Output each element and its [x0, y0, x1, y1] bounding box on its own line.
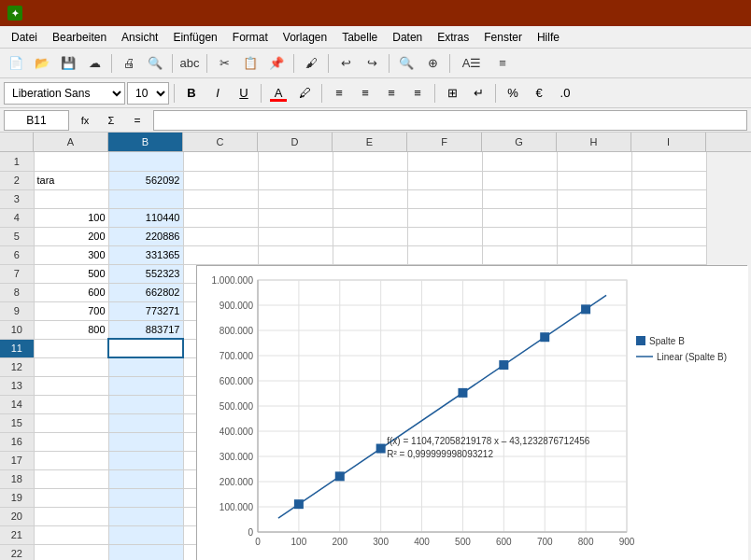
- cell[interactable]: [34, 507, 108, 525]
- row-number[interactable]: 19: [0, 488, 34, 507]
- row-number[interactable]: 17: [0, 451, 34, 469]
- cell[interactable]: [34, 413, 108, 432]
- cell[interactable]: 700: [34, 301, 108, 320]
- menu-item-tabelle[interactable]: Tabelle: [334, 29, 385, 46]
- menu-item-einfügen[interactable]: Einfügen: [165, 29, 224, 46]
- cell[interactable]: [333, 208, 407, 227]
- cell[interactable]: [108, 395, 183, 413]
- justify-btn[interactable]: ≡: [405, 82, 430, 105]
- bold-btn[interactable]: B: [179, 82, 204, 105]
- cell[interactable]: [557, 152, 631, 171]
- percent-btn[interactable]: %: [501, 82, 525, 105]
- cell[interactable]: [34, 451, 108, 469]
- equals-btn[interactable]: =: [125, 109, 149, 132]
- cell[interactable]: 500: [34, 264, 108, 283]
- cell[interactable]: [482, 227, 557, 245]
- menu-item-extras[interactable]: Extras: [430, 29, 476, 46]
- cut-btn[interactable]: ✂: [212, 52, 236, 75]
- cell[interactable]: [631, 189, 706, 208]
- row-number[interactable]: 20: [0, 507, 34, 525]
- cell[interactable]: [258, 171, 333, 189]
- cell[interactable]: [631, 208, 706, 227]
- row-number[interactable]: 4: [0, 208, 34, 227]
- menu-item-format[interactable]: Format: [225, 29, 276, 46]
- cell[interactable]: [34, 544, 108, 560]
- row-number[interactable]: 12: [0, 357, 34, 376]
- cell[interactable]: [333, 171, 407, 189]
- dec-places-btn[interactable]: .0: [553, 82, 577, 105]
- row-number[interactable]: 1: [0, 152, 34, 171]
- save-btn[interactable]: 💾: [56, 52, 80, 75]
- row-number[interactable]: 8: [0, 283, 34, 301]
- cell[interactable]: [631, 245, 706, 264]
- cell[interactable]: [258, 208, 333, 227]
- cell[interactable]: [631, 227, 706, 245]
- cell[interactable]: [482, 208, 557, 227]
- print-preview-btn[interactable]: 🔍: [143, 52, 167, 75]
- cell[interactable]: [34, 432, 108, 451]
- cell[interactable]: [108, 152, 183, 171]
- cell[interactable]: [183, 245, 258, 264]
- cell[interactable]: tara: [34, 171, 108, 189]
- more-btn[interactable]: ≡: [490, 52, 515, 75]
- undo-btn[interactable]: ↩: [333, 52, 358, 75]
- cell[interactable]: [34, 376, 108, 395]
- row-number[interactable]: 5: [0, 227, 34, 245]
- new-btn[interactable]: 📄: [4, 52, 28, 75]
- menu-item-daten[interactable]: Daten: [385, 29, 430, 46]
- row-number[interactable]: 9: [0, 301, 34, 320]
- row-number[interactable]: 10: [0, 320, 34, 339]
- cell[interactable]: [108, 413, 183, 432]
- cell[interactable]: [108, 525, 183, 544]
- cell[interactable]: [34, 488, 108, 507]
- row-number[interactable]: 2: [0, 171, 34, 189]
- cell[interactable]: 331365: [108, 245, 183, 264]
- cell[interactable]: 200: [34, 227, 108, 245]
- row-number[interactable]: 15: [0, 413, 34, 432]
- fx-btn[interactable]: fx: [73, 109, 97, 132]
- col-header-c[interactable]: C: [183, 133, 258, 151]
- menu-item-datei[interactable]: Datei: [4, 29, 45, 46]
- chart-area[interactable]: 0100.000200.000300.000400.000500.000600.…: [196, 265, 747, 560]
- cell-reference-input[interactable]: [4, 110, 69, 131]
- cell[interactable]: [333, 227, 407, 245]
- format-painter-btn[interactable]: 🖌: [299, 52, 323, 75]
- cell[interactable]: [557, 171, 631, 189]
- cell[interactable]: [631, 152, 706, 171]
- col-header-a[interactable]: A: [34, 133, 108, 151]
- cell[interactable]: [183, 227, 258, 245]
- cell[interactable]: [183, 208, 258, 227]
- row-number[interactable]: 18: [0, 469, 34, 488]
- cell[interactable]: [258, 245, 333, 264]
- cell[interactable]: [34, 152, 108, 171]
- row-number[interactable]: 14: [0, 395, 34, 413]
- cell[interactable]: [108, 451, 183, 469]
- col-header-h[interactable]: H: [557, 133, 631, 151]
- row-number[interactable]: 7: [0, 264, 34, 283]
- save-remote-btn[interactable]: ☁: [82, 52, 106, 75]
- cell[interactable]: [108, 432, 183, 451]
- cell[interactable]: [183, 152, 258, 171]
- row-number[interactable]: 22: [0, 544, 34, 560]
- row-number[interactable]: 13: [0, 376, 34, 395]
- cell[interactable]: [258, 152, 333, 171]
- align-left-btn[interactable]: ≡: [327, 82, 351, 105]
- cell[interactable]: [183, 189, 258, 208]
- col-header-f[interactable]: F: [407, 133, 482, 151]
- row-number[interactable]: 11: [0, 339, 34, 357]
- cell[interactable]: 773271: [108, 301, 183, 320]
- cell[interactable]: [183, 171, 258, 189]
- menu-item-ansicht[interactable]: Ansicht: [114, 29, 165, 46]
- cell[interactable]: [34, 525, 108, 544]
- underline-btn[interactable]: U: [232, 82, 256, 105]
- cell[interactable]: [557, 189, 631, 208]
- cell[interactable]: 562092: [108, 171, 183, 189]
- paste-btn[interactable]: 📌: [264, 52, 289, 75]
- cell[interactable]: [482, 171, 557, 189]
- cell[interactable]: [407, 245, 482, 264]
- font-color-btn[interactable]: A: [266, 82, 290, 105]
- menu-item-fenster[interactable]: Fenster: [476, 29, 530, 46]
- copy-btn[interactable]: 📋: [238, 52, 262, 75]
- highlight-btn[interactable]: 🖊: [292, 82, 317, 105]
- cell[interactable]: [108, 488, 183, 507]
